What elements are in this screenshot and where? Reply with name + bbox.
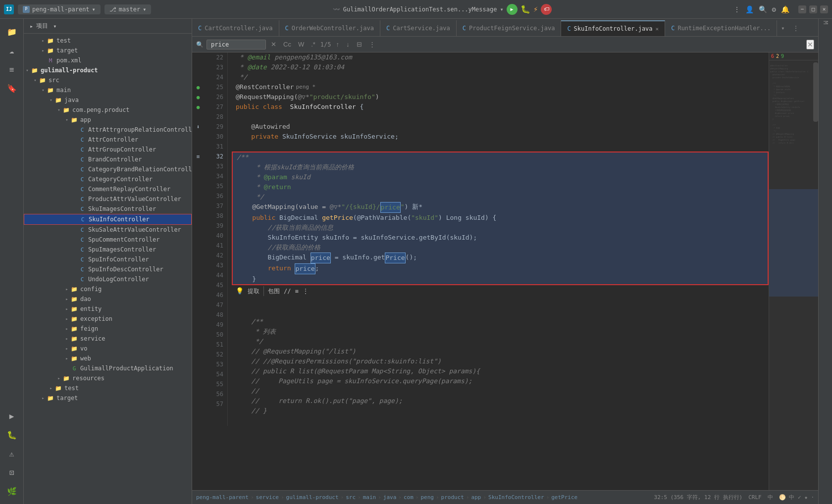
tree-item-ProductAttrValueController[interactable]: C ProductAttrValueController — [24, 194, 192, 204]
tree-item-com-peng-product[interactable]: ▾ 📁 com.peng.product — [24, 105, 192, 115]
code-content[interactable]: 222324252627 28293031 323334353637 38394… — [204, 52, 769, 490]
tree-item-CommentReplayController[interactable]: C CommentReplayController — [24, 184, 192, 194]
surround-button[interactable]: 包围 — [268, 286, 280, 296]
tree-item-UndoLogController[interactable]: C UndoLogController — [24, 274, 192, 284]
tree-item-main[interactable]: ▾ 📁 main — [24, 85, 192, 95]
tree-item-pom[interactable]: M pom.xml — [24, 55, 192, 65]
sidebar-icon-bookmarks[interactable]: 🔖 — [3, 79, 21, 97]
sidebar-icon-run[interactable]: ▶ — [3, 407, 21, 425]
search-regex-button[interactable]: .* — [309, 40, 317, 49]
notifications-icon[interactable]: 🔔 — [781, 5, 789, 13]
debug-button[interactable]: 🐛 — [520, 4, 530, 14]
tree-item-AttrAttrgroupRelationController[interactable]: C AttrAttrgroupRelationController — [24, 125, 192, 135]
project-selector[interactable]: P peng-mall-parent ▾ — [18, 4, 101, 14]
tree-item-target[interactable]: ▸ 📁 target — [24, 46, 192, 55]
search-everywhere-icon[interactable]: 🔍 — [759, 5, 767, 13]
more-actions-icon[interactable]: ⋮ — [733, 5, 740, 13]
tree-item-SpuImagesController[interactable]: C SpuImagesController — [24, 245, 192, 254]
breadcrumb-product[interactable]: product — [441, 494, 464, 501]
tree-item-dao[interactable]: ▸ 📁 dao — [24, 294, 192, 304]
search-filter-button[interactable]: ⊟ — [355, 40, 364, 49]
breadcrumb-peng-mall-parent[interactable]: peng-mall-parent — [196, 494, 249, 501]
breadcrumb-getPrice[interactable]: getPrice — [551, 494, 577, 501]
more-actions-btn[interactable]: ⋮ — [303, 286, 309, 296]
tree-item-SpuInfoController[interactable]: C SpuInfoController — [24, 254, 192, 264]
sidebar-icon-problems[interactable]: ⚠ — [3, 445, 21, 462]
tree-item-app[interactable]: ▾ 📁 app — [24, 115, 192, 125]
breadcrumb-peng[interactable]: peng — [420, 494, 434, 501]
breadcrumb-SkuInfoController[interactable]: SkuInfoController — [488, 494, 544, 501]
extract-button[interactable]: 提取 — [248, 286, 264, 296]
tree-item-test2[interactable]: ▸ 📁 test — [24, 383, 192, 393]
search-prev-button[interactable]: ↑ — [334, 40, 342, 49]
sidebar-icon-project[interactable]: 📁 — [3, 23, 21, 41]
tree-item-AttrController[interactable]: C AttrController — [24, 135, 192, 145]
tree-item-BrandController[interactable]: C BrandController — [24, 154, 192, 164]
tree-item-test[interactable]: ▸ 📁 test — [24, 36, 192, 46]
search-more-button[interactable]: ⋮ — [367, 40, 377, 49]
tree-item-config[interactable]: ▸ 📁 config — [24, 284, 192, 294]
search-close-button[interactable]: ✕ — [806, 40, 814, 50]
tree-item-SkuSaleAttrValueController[interactable]: C SkuSaleAttrValueController — [24, 225, 192, 235]
tree-item-gulimall-product[interactable]: ▾ 📁 gulimall-product — [24, 65, 192, 75]
tab-CartController[interactable]: C CartController.java — [192, 20, 279, 36]
tree-item-web[interactable]: ▸ 📁 web — [24, 353, 192, 363]
tab-more-button[interactable]: ▾ — [777, 20, 788, 36]
breadcrumb-main[interactable]: main — [363, 494, 376, 501]
branch-selector[interactable]: ⎇ master ▾ — [104, 4, 152, 14]
breadcrumb-src[interactable]: src — [346, 494, 356, 501]
search-next-button[interactable]: ↓ — [344, 40, 352, 49]
tree-item-GulimallProductApplication[interactable]: G GulimallProductApplication — [24, 363, 192, 373]
project-header[interactable]: ▸ 项目 ▾ — [24, 19, 192, 34]
tree-item-SkuImagesController[interactable]: C SkuImagesController — [24, 204, 192, 214]
tree-item-exception[interactable]: ▸ 📁 exception — [24, 314, 192, 324]
search-input[interactable] — [207, 40, 266, 50]
tree-item-CategoryBrandRelationController[interactable]: C CategoryBrandRelationController — [24, 164, 192, 174]
code-editor[interactable]: ● ● ● ⬇ ≡ — [192, 52, 818, 490]
run-button[interactable]: ▶ — [507, 4, 518, 15]
tree-item-src[interactable]: ▾ 📁 src — [24, 75, 192, 85]
tab-OrderWebController[interactable]: C OrderWebController.java — [279, 20, 380, 36]
breadcrumb-java[interactable]: java — [383, 494, 397, 501]
tree-item-service[interactable]: ▸ 📁 service — [24, 334, 192, 344]
tab-SkuInfoController[interactable]: C SkuInfoController.java ✕ — [561, 20, 665, 36]
format-button[interactable]: ≡ — [295, 286, 298, 296]
search-clear-button[interactable]: ✕ — [269, 40, 278, 49]
tree-item-vo[interactable]: ▸ 📁 vo — [24, 344, 192, 353]
sidebar-icon-debug[interactable]: 🐛 — [3, 426, 21, 444]
close-button[interactable]: ✕ — [820, 5, 828, 13]
search-word-button[interactable]: W — [296, 40, 306, 49]
settings-icon[interactable]: ⚙ — [772, 5, 776, 13]
tab-CartService[interactable]: C CartService.java — [380, 20, 457, 36]
tab-actions-button[interactable]: ⋮ — [789, 20, 803, 36]
sidebar-icon-git[interactable]: 🌿 — [3, 482, 21, 500]
tree-item-target2[interactable]: ▸ 📁 target — [24, 393, 192, 403]
search-case-button[interactable]: Cc — [281, 40, 293, 49]
project-tree[interactable]: ▸ 📁 test ▸ 📁 target M pom.xml ▾ 📁 — [24, 34, 192, 504]
tree-item-entity[interactable]: ▸ 📁 entity — [24, 304, 192, 314]
bulb-icon[interactable]: 💡 — [236, 286, 244, 296]
sidebar-icon-commit[interactable]: ☁ — [3, 42, 21, 59]
breadcrumb-service[interactable]: service — [256, 494, 279, 501]
tab-ProductFeignService[interactable]: C ProductFeignService.java — [457, 20, 562, 36]
tree-item-SpuInfoDescController[interactable]: C SpuInfoDescController — [24, 264, 192, 274]
breadcrumb-app[interactable]: app — [471, 494, 481, 501]
minimize-button[interactable]: − — [798, 5, 806, 13]
tree-item-SpuCommentController[interactable]: C SpuCommentController — [24, 235, 192, 245]
maximize-button[interactable]: □ — [809, 5, 817, 13]
tab-RuntimeExceptionHandler[interactable]: C RuntimeExceptionHandler... — [665, 20, 777, 36]
tree-item-SkuInfoController[interactable]: C SkuInfoController — [24, 214, 192, 225]
tree-item-java[interactable]: ▾ 📁 java — [24, 95, 192, 105]
breadcrumb-gulimall-product[interactable]: gulimall-product — [286, 494, 339, 501]
tab-close-icon[interactable]: ✕ — [656, 26, 659, 32]
breadcrumb-com[interactable]: com — [404, 494, 414, 501]
right-tool-m[interactable]: M — [822, 21, 829, 24]
sidebar-icon-terminal[interactable]: ⊡ — [3, 463, 21, 481]
tree-item-feign[interactable]: ▸ 📁 feign — [24, 324, 192, 334]
profile-button[interactable]: ⚡ — [533, 4, 538, 14]
people-icon[interactable]: 👤 — [745, 5, 754, 13]
comment-button[interactable]: // — [284, 286, 291, 296]
tree-item-CategoryController[interactable]: C CategoryController — [24, 174, 192, 184]
sidebar-icon-structure[interactable]: ≡ — [3, 60, 21, 78]
tree-item-resources[interactable]: ▸ 📁 resources — [24, 373, 192, 383]
